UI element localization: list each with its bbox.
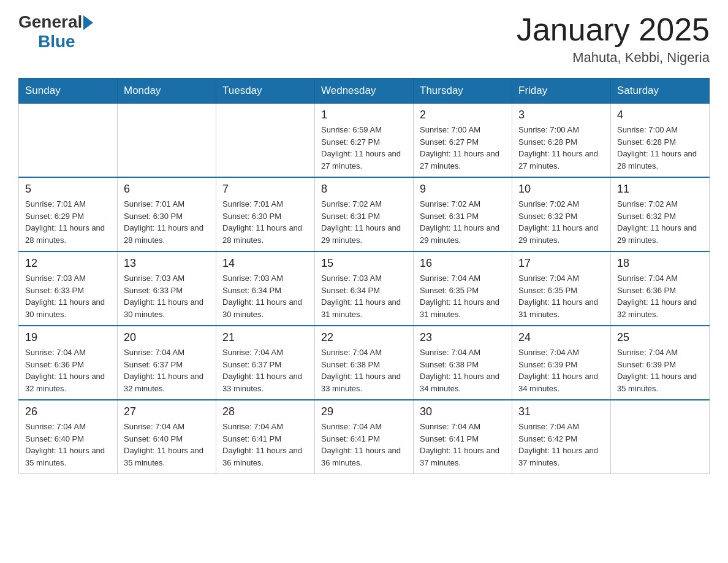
day-number: 16 — [420, 257, 506, 270]
day-info: Sunrise: 7:01 AMSunset: 6:29 PMDaylight:… — [25, 198, 111, 246]
calendar-cell: 11Sunrise: 7:02 AMSunset: 6:32 PMDayligh… — [611, 177, 710, 251]
calendar-cell: 24Sunrise: 7:04 AMSunset: 6:39 PMDayligh… — [512, 326, 611, 400]
calendar-subtitle: Mahuta, Kebbi, Nigeria — [517, 50, 710, 66]
calendar-cell — [611, 400, 710, 474]
calendar-cell — [216, 104, 315, 178]
day-number: 29 — [321, 405, 407, 418]
calendar-week-row: 26Sunrise: 7:04 AMSunset: 6:40 PMDayligh… — [19, 400, 710, 474]
calendar-cell — [118, 104, 216, 178]
weekday-header: Monday — [118, 79, 216, 104]
day-info: Sunrise: 7:02 AMSunset: 6:31 PMDaylight:… — [420, 198, 506, 246]
day-info: Sunrise: 7:04 AMSunset: 6:36 PMDaylight:… — [617, 272, 703, 320]
calendar-cell: 8Sunrise: 7:02 AMSunset: 6:31 PMDaylight… — [315, 177, 414, 251]
day-info: Sunrise: 7:03 AMSunset: 6:33 PMDaylight:… — [124, 272, 210, 320]
day-info: Sunrise: 7:04 AMSunset: 6:38 PMDaylight:… — [420, 347, 506, 394]
calendar-table: SundayMondayTuesdayWednesdayThursdayFrid… — [18, 78, 710, 474]
day-info: Sunrise: 7:00 AMSunset: 6:28 PMDaylight:… — [617, 124, 703, 172]
calendar-cell: 29Sunrise: 7:04 AMSunset: 6:41 PMDayligh… — [315, 400, 414, 474]
day-info: Sunrise: 7:04 AMSunset: 6:41 PMDaylight:… — [420, 421, 506, 469]
calendar-cell: 22Sunrise: 7:04 AMSunset: 6:38 PMDayligh… — [315, 326, 414, 400]
day-number: 27 — [124, 405, 210, 418]
day-info: Sunrise: 7:04 AMSunset: 6:37 PMDaylight:… — [222, 347, 308, 394]
calendar-title: January 2025 — [517, 12, 710, 47]
day-info: Sunrise: 7:00 AMSunset: 6:27 PMDaylight:… — [420, 124, 506, 172]
weekday-header: Sunday — [19, 79, 118, 104]
day-number: 9 — [420, 183, 506, 196]
day-info: Sunrise: 7:02 AMSunset: 6:32 PMDaylight:… — [518, 198, 604, 246]
calendar-cell: 18Sunrise: 7:04 AMSunset: 6:36 PMDayligh… — [611, 251, 710, 326]
calendar-cell: 21Sunrise: 7:04 AMSunset: 6:37 PMDayligh… — [216, 326, 315, 400]
day-info: Sunrise: 7:04 AMSunset: 6:36 PMDaylight:… — [25, 347, 111, 394]
day-info: Sunrise: 7:04 AMSunset: 6:41 PMDaylight:… — [321, 421, 407, 469]
day-info: Sunrise: 7:04 AMSunset: 6:39 PMDaylight:… — [518, 347, 604, 394]
day-info: Sunrise: 7:03 AMSunset: 6:33 PMDaylight:… — [25, 272, 111, 320]
calendar-cell: 16Sunrise: 7:04 AMSunset: 6:35 PMDayligh… — [414, 251, 512, 326]
calendar-week-row: 5Sunrise: 7:01 AMSunset: 6:29 PMDaylight… — [19, 177, 710, 251]
day-info: Sunrise: 7:04 AMSunset: 6:40 PMDaylight:… — [124, 421, 210, 469]
page-header: General Blue January 2025 Mahuta, Kebbi,… — [18, 12, 710, 66]
day-info: Sunrise: 7:04 AMSunset: 6:41 PMDaylight:… — [222, 421, 308, 469]
day-info: Sunrise: 7:02 AMSunset: 6:31 PMDaylight:… — [321, 198, 407, 246]
day-number: 15 — [321, 257, 407, 270]
day-number: 14 — [222, 257, 308, 270]
day-info: Sunrise: 6:59 AMSunset: 6:27 PMDaylight:… — [321, 124, 407, 172]
calendar-cell: 5Sunrise: 7:01 AMSunset: 6:29 PMDaylight… — [19, 177, 118, 251]
day-info: Sunrise: 7:04 AMSunset: 6:40 PMDaylight:… — [25, 421, 111, 469]
calendar-cell: 3Sunrise: 7:00 AMSunset: 6:28 PMDaylight… — [512, 104, 611, 178]
day-info: Sunrise: 7:01 AMSunset: 6:30 PMDaylight:… — [124, 198, 210, 246]
calendar-cell: 15Sunrise: 7:03 AMSunset: 6:34 PMDayligh… — [315, 251, 414, 326]
calendar-week-row: 1Sunrise: 6:59 AMSunset: 6:27 PMDaylight… — [19, 104, 710, 178]
day-info: Sunrise: 7:02 AMSunset: 6:32 PMDaylight:… — [617, 198, 703, 246]
day-number: 4 — [617, 109, 703, 121]
logo: General Blue — [18, 12, 93, 52]
weekday-header: Tuesday — [216, 79, 315, 104]
day-number: 8 — [321, 183, 407, 196]
day-number: 19 — [25, 331, 111, 344]
day-number: 6 — [124, 183, 210, 196]
day-number: 10 — [518, 183, 604, 196]
weekday-header: Wednesday — [315, 79, 414, 104]
calendar-cell: 23Sunrise: 7:04 AMSunset: 6:38 PMDayligh… — [414, 326, 512, 400]
calendar-cell: 14Sunrise: 7:03 AMSunset: 6:34 PMDayligh… — [216, 251, 315, 326]
day-info: Sunrise: 7:03 AMSunset: 6:34 PMDaylight:… — [222, 272, 308, 320]
logo-arrow-icon — [83, 15, 93, 30]
day-number: 3 — [518, 109, 604, 121]
day-number: 7 — [222, 183, 308, 196]
day-number: 12 — [25, 257, 111, 270]
day-number: 25 — [617, 331, 703, 344]
title-block: January 2025 Mahuta, Kebbi, Nigeria — [517, 12, 710, 66]
calendar-cell: 30Sunrise: 7:04 AMSunset: 6:41 PMDayligh… — [414, 400, 512, 474]
day-info: Sunrise: 7:00 AMSunset: 6:28 PMDaylight:… — [518, 124, 604, 172]
day-info: Sunrise: 7:04 AMSunset: 6:42 PMDaylight:… — [518, 421, 604, 469]
day-number: 17 — [518, 257, 604, 270]
day-number: 22 — [321, 331, 407, 344]
calendar-cell: 25Sunrise: 7:04 AMSunset: 6:39 PMDayligh… — [611, 326, 710, 400]
day-number: 24 — [518, 331, 604, 344]
calendar-cell: 27Sunrise: 7:04 AMSunset: 6:40 PMDayligh… — [118, 400, 216, 474]
calendar-cell — [19, 104, 118, 178]
calendar-cell: 6Sunrise: 7:01 AMSunset: 6:30 PMDaylight… — [118, 177, 216, 251]
logo-general-text: General — [18, 12, 82, 32]
calendar-cell: 13Sunrise: 7:03 AMSunset: 6:33 PMDayligh… — [118, 251, 216, 326]
calendar-week-row: 12Sunrise: 7:03 AMSunset: 6:33 PMDayligh… — [19, 251, 710, 326]
day-number: 2 — [420, 109, 506, 121]
weekday-header: Thursday — [414, 79, 512, 104]
day-number: 1 — [321, 109, 407, 121]
weekday-header: Saturday — [611, 79, 710, 104]
day-info: Sunrise: 7:04 AMSunset: 6:37 PMDaylight:… — [124, 347, 210, 394]
calendar-cell: 7Sunrise: 7:01 AMSunset: 6:30 PMDaylight… — [216, 177, 315, 251]
day-info: Sunrise: 7:04 AMSunset: 6:39 PMDaylight:… — [617, 347, 703, 394]
calendar-cell: 2Sunrise: 7:00 AMSunset: 6:27 PMDaylight… — [414, 104, 512, 178]
weekday-header-row: SundayMondayTuesdayWednesdayThursdayFrid… — [19, 79, 710, 104]
day-info: Sunrise: 7:04 AMSunset: 6:35 PMDaylight:… — [518, 272, 604, 320]
calendar-cell: 31Sunrise: 7:04 AMSunset: 6:42 PMDayligh… — [512, 400, 611, 474]
day-number: 18 — [617, 257, 703, 270]
calendar-cell: 12Sunrise: 7:03 AMSunset: 6:33 PMDayligh… — [19, 251, 118, 326]
calendar-cell: 9Sunrise: 7:02 AMSunset: 6:31 PMDaylight… — [414, 177, 512, 251]
day-number: 28 — [222, 405, 308, 418]
logo-blue-text: Blue — [38, 32, 75, 52]
day-number: 30 — [420, 405, 506, 418]
calendar-cell: 4Sunrise: 7:00 AMSunset: 6:28 PMDaylight… — [611, 104, 710, 178]
calendar-cell: 10Sunrise: 7:02 AMSunset: 6:32 PMDayligh… — [512, 177, 611, 251]
day-number: 31 — [518, 405, 604, 418]
